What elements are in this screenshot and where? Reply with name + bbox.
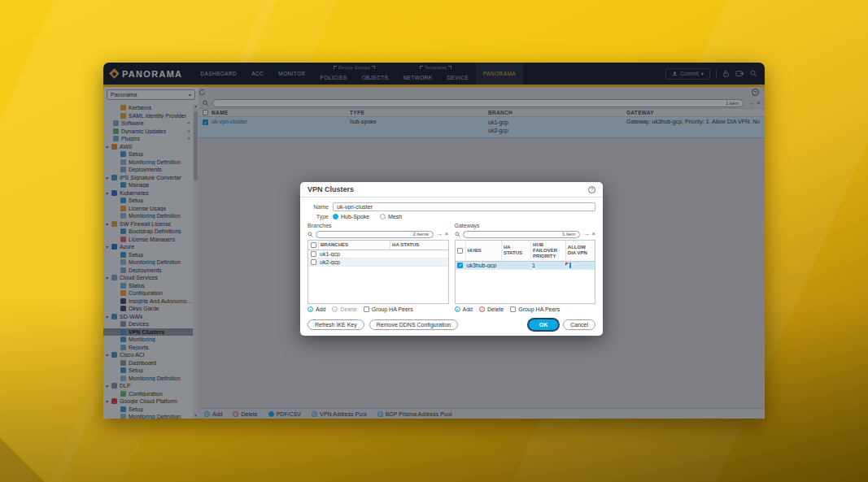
group-ha-peers-checkbox[interactable]: Group HA Peers xyxy=(364,306,413,312)
vpn-clusters-dialog: VPN Clusters ? Name Type Hub-Spoke Mesh xyxy=(300,182,603,336)
search-icon xyxy=(455,232,460,237)
gateways-search-input[interactable]: 1 item xyxy=(463,231,581,238)
group-ha-peers-checkbox[interactable]: Group HA Peers xyxy=(510,306,560,312)
radio-unselected-icon xyxy=(380,214,386,219)
dialog-footer: Refresh IKE Key Remove DDNS Configuratio… xyxy=(300,315,603,336)
row-checkbox[interactable] xyxy=(311,251,316,257)
ok-button[interactable]: OK xyxy=(529,319,559,330)
dialog-header: VPN Clusters ? xyxy=(300,182,603,198)
refresh-ike-key-button[interactable]: Refresh IKE Key xyxy=(308,319,364,330)
branches-panel: Branches 2 items → × BRANCHES HA STATUS xyxy=(308,222,449,315)
item-count: 2 items xyxy=(412,232,428,237)
select-all-checkbox[interactable] xyxy=(457,248,463,254)
branches-search-input[interactable]: 2 items xyxy=(316,231,434,238)
background-chevron xyxy=(0,435,238,482)
remove-ddns-configuration-button[interactable]: Remove DDNS Configuration xyxy=(369,319,458,330)
name-field[interactable] xyxy=(333,202,595,211)
branch-row[interactable]: uk1-gcp xyxy=(308,250,448,258)
allow-dia-vpn-cell xyxy=(565,263,595,268)
gateways-panel: Gateways 1 item → × HUBS HA STATUS HUB F… xyxy=(455,222,596,315)
row-checkbox[interactable] xyxy=(457,263,463,268)
add-circle-icon: + xyxy=(308,306,313,312)
clear-filter-icon[interactable]: × xyxy=(445,230,449,238)
row-checkbox[interactable] xyxy=(311,259,316,265)
radio-selected-icon xyxy=(333,214,338,219)
column-header[interactable]: BRANCHES xyxy=(318,241,390,250)
delete-circle-icon: − xyxy=(332,306,338,312)
column-header[interactable]: HA STATUS xyxy=(390,241,447,250)
delete-button-disabled: − Delete xyxy=(332,306,356,312)
apply-filter-icon[interactable]: → xyxy=(436,230,443,238)
item-count: 1 item xyxy=(562,232,575,237)
gateways-section-label: Gateways xyxy=(455,223,596,228)
hub-row[interactable]: uk3hub-gcp 1 xyxy=(456,262,595,270)
column-header[interactable]: HA STATUS xyxy=(501,241,530,261)
apply-filter-icon[interactable]: → xyxy=(582,230,589,238)
mesh-radio[interactable]: Mesh xyxy=(380,214,402,219)
cancel-button[interactable]: Cancel xyxy=(563,319,595,330)
column-header[interactable]: ALLOW DIA VPN xyxy=(565,241,595,261)
clear-filter-icon[interactable]: × xyxy=(591,230,595,238)
branch-row[interactable]: uk2-gcp xyxy=(308,258,448,267)
column-header[interactable]: HUBS xyxy=(465,241,501,261)
checkbox-icon xyxy=(364,306,369,312)
type-label: Type xyxy=(308,214,329,219)
select-all-checkbox[interactable] xyxy=(311,242,316,248)
name-label: Name xyxy=(308,204,329,210)
search-icon xyxy=(308,232,313,237)
hub-spoke-radio[interactable]: Hub-Spoke xyxy=(333,214,369,219)
add-circle-icon: + xyxy=(455,306,460,312)
help-icon[interactable]: ? xyxy=(588,186,595,193)
allow-dia-vpn-checkbox[interactable] xyxy=(569,263,571,268)
column-header[interactable]: HUB FAILOVER PRIORITY xyxy=(530,241,565,261)
checkbox-icon xyxy=(510,306,516,312)
delete-circle-icon: − xyxy=(479,306,485,312)
branches-section-label: Branches xyxy=(308,223,449,228)
dialog-title: VPN Clusters xyxy=(308,185,354,193)
delete-button[interactable]: − Delete xyxy=(479,306,504,312)
add-button[interactable]: + Add xyxy=(455,306,473,312)
add-button[interactable]: + Add xyxy=(308,306,325,312)
